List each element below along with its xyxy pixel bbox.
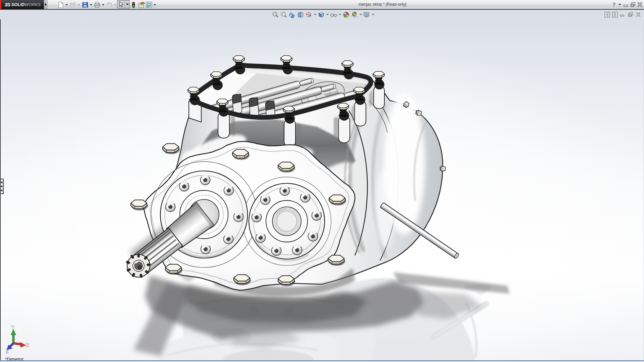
open-document-dropdown[interactable] — [77, 1, 80, 8]
restore-icon — [630, 2, 636, 7]
close-icon — [637, 2, 642, 7]
new-document-dropdown[interactable] — [65, 1, 68, 8]
apply-scene-dropdown[interactable] — [359, 11, 363, 18]
close-document-button[interactable] — [634, 11, 642, 17]
zoom-to-area-button[interactable] — [279, 11, 288, 18]
gearbox-3d-model[interactable]: Y X Z — [0, 10, 644, 362]
view-settings-button[interactable] — [363, 11, 371, 18]
menu-expand-button[interactable] — [44, 0, 48, 9]
rebuild-sheet-icon — [138, 2, 145, 8]
dropdown-arrow-icon — [360, 14, 362, 15]
dropdown-arrow-icon — [102, 4, 104, 6]
save-dropdown[interactable] — [89, 1, 93, 8]
display-style-dropdown[interactable] — [325, 11, 329, 18]
print-dropdown[interactable] — [101, 1, 105, 8]
brand-text-bold: SOLID — [11, 2, 24, 7]
dropdown-arrow-icon — [339, 14, 341, 15]
select-tool-button[interactable] — [117, 1, 125, 8]
eyeglasses-icon — [330, 11, 337, 18]
display-style-button[interactable] — [317, 11, 325, 18]
minimize-document-button[interactable] — [619, 11, 627, 17]
window-border-left — [0, 19, 1, 362]
expand-right-icon — [45, 3, 47, 6]
headsup-view-toolbar — [271, 11, 375, 18]
triad-y-label: Y — [11, 325, 14, 330]
dropdown-arrow-icon — [619, 4, 621, 6]
view-settings-icon — [363, 11, 370, 18]
hide-show-items-dropdown[interactable] — [338, 11, 342, 18]
solidworks-logo: 3S SOLIDWORKS — [1, 0, 44, 9]
previous-view-icon — [288, 11, 296, 18]
edit-appearance-button[interactable] — [342, 11, 350, 18]
view-orientation-button[interactable] — [305, 11, 313, 18]
open-document-button[interactable] — [69, 1, 76, 8]
dropdown-arrow-icon — [372, 14, 374, 15]
open-folder-icon — [69, 2, 76, 8]
graphics-viewport[interactable]: Y X Z — [0, 10, 644, 362]
new-document-button[interactable] — [57, 1, 64, 8]
window-border-bottom — [0, 360, 644, 362]
collapse-left-pane-icon — [604, 12, 610, 17]
collapse-right-pane-button[interactable] — [611, 11, 619, 17]
document-window-controls — [603, 11, 642, 17]
help-button[interactable]: ? — [610, 1, 618, 8]
collapse-left-pane-button[interactable] — [603, 11, 611, 17]
printer-icon — [94, 2, 100, 8]
apply-scene-icon — [351, 11, 358, 18]
toolbar-more-dropdown[interactable] — [153, 1, 156, 8]
new-document-icon — [58, 2, 64, 8]
options-button[interactable] — [145, 1, 153, 8]
pto-flange[interactable] — [249, 183, 325, 260]
zoom-to-area-icon — [280, 11, 287, 18]
restore-document-button[interactable] — [627, 11, 634, 17]
restore-document-icon — [628, 12, 633, 17]
zoom-to-fit-icon — [272, 11, 279, 18]
select-tool-dropdown[interactable] — [125, 1, 129, 8]
window-controls: ? — [610, 0, 643, 9]
window-title: menjac sklop * [Read-only] — [349, 0, 416, 9]
dropdown-arrow-icon — [78, 4, 80, 6]
minimize-icon — [624, 2, 628, 7]
section-view-button[interactable] — [296, 11, 305, 18]
close-document-icon — [636, 12, 641, 17]
shaft-spline-end — [127, 254, 150, 277]
print-button[interactable] — [93, 1, 101, 8]
save-floppy-icon — [82, 2, 88, 8]
view-settings-dropdown[interactable] — [371, 11, 375, 18]
display-style-icon — [318, 11, 325, 18]
hide-show-items-button[interactable] — [329, 11, 338, 18]
close-button[interactable] — [636, 1, 643, 8]
save-button[interactable] — [82, 1, 89, 8]
dassault-3s-logo-icon: 3S — [5, 2, 10, 7]
undo-arrow-icon — [106, 2, 112, 7]
triad-z-label: Z — [6, 349, 8, 354]
previous-view-button[interactable] — [288, 11, 296, 18]
dropdown-arrow-icon — [326, 14, 329, 15]
brand-text-light: WORKS — [24, 2, 41, 7]
minimize-button[interactable] — [622, 1, 629, 8]
traffic-light-icon — [132, 2, 135, 8]
view-orientation-dropdown[interactable] — [313, 11, 317, 18]
solidworks-window: { "window": { "title": "menjac sklop * [… — [0, 0, 644, 362]
dropdown-arrow-icon — [314, 14, 316, 15]
title-bar[interactable]: 3S SOLIDWORKS — [0, 0, 644, 9]
dropdown-arrow-icon — [126, 3, 129, 5]
dropdown-arrow-icon — [154, 4, 156, 6]
options-list-icon — [146, 2, 152, 8]
help-icon: ? — [612, 2, 616, 7]
triad-x-label: X — [26, 343, 29, 348]
rebuild-button[interactable] — [138, 1, 145, 8]
select-cursor-icon — [119, 1, 123, 7]
dropdown-arrow-icon — [114, 4, 116, 6]
undo-dropdown[interactable] — [113, 1, 117, 8]
help-dropdown[interactable] — [618, 1, 622, 8]
dropdown-arrow-icon — [90, 4, 92, 6]
view-traffic-light-button[interactable] — [130, 1, 137, 8]
restore-button[interactable] — [629, 1, 636, 8]
triple-collapse-arrows-icon — [0, 181, 3, 192]
collapse-right-pane-icon — [612, 12, 618, 17]
zoom-to-fit-button[interactable] — [271, 11, 279, 18]
apply-scene-button[interactable] — [350, 11, 359, 18]
section-view-icon — [297, 11, 304, 18]
undo-button[interactable] — [105, 1, 113, 8]
